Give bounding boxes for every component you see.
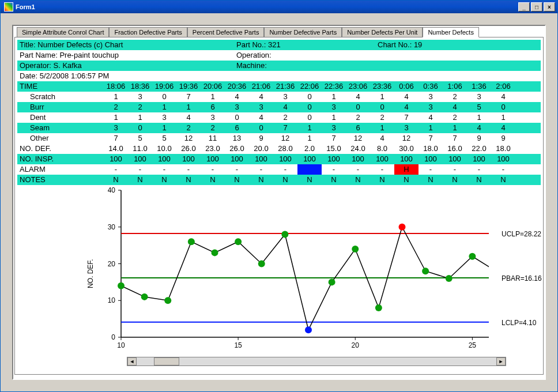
- titlebar[interactable]: Form1 _ □ ×: [1, 1, 557, 13]
- cell: 8.0: [370, 144, 394, 154]
- cell: 20:06: [201, 81, 225, 92]
- tab-1[interactable]: Fraction Defective Parts: [109, 27, 187, 37]
- cell: -: [128, 164, 152, 175]
- time-row: TIME 18:0618:3619:0619:3620:0620:3621:06…: [17, 81, 541, 92]
- svg-point-39: [352, 246, 359, 252]
- chartno-value: 19: [414, 40, 422, 49]
- tab-2[interactable]: Percent Defective Parts: [187, 27, 265, 37]
- cell: -: [249, 164, 273, 175]
- cell: N: [491, 175, 515, 185]
- cell: N: [225, 175, 249, 185]
- cell: 100: [201, 154, 225, 164]
- cell: 3: [418, 92, 443, 102]
- cell: N: [394, 175, 418, 185]
- cell: N: [249, 175, 273, 185]
- cell: 3: [104, 123, 128, 133]
- cell: 2: [128, 102, 152, 112]
- cell: 18.0: [491, 144, 515, 154]
- app-icon: [4, 2, 13, 12]
- cell: 18:06: [104, 81, 128, 92]
- tab-strip: Simple Attribute Conrol ChartFraction De…: [17, 27, 544, 37]
- svg-text:10: 10: [108, 296, 116, 304]
- cell: 23.0: [201, 144, 225, 154]
- cell: 0: [297, 102, 322, 112]
- chart-ylabel: NO. DEF.: [86, 233, 95, 314]
- cell: -: [104, 164, 128, 175]
- scroll-right-arrow-icon[interactable]: ►: [496, 357, 506, 365]
- tab-3[interactable]: Number Defective Parts: [264, 27, 342, 37]
- cell: N: [128, 175, 152, 185]
- cell: 100: [297, 154, 322, 164]
- cell: 1: [297, 123, 322, 133]
- cell: 4: [249, 92, 273, 102]
- category-label: Burr: [17, 102, 104, 112]
- tab-5[interactable]: Number Defects: [423, 27, 478, 37]
- cell: 12: [176, 133, 201, 144]
- partno-value: 321: [268, 40, 281, 49]
- pbar-label: PBAR=16.16: [502, 274, 542, 282]
- cell: 2: [104, 102, 128, 112]
- cell: 100: [152, 154, 176, 164]
- cell: 1: [201, 92, 225, 102]
- tab-0[interactable]: Simple Attribute Conrol Chart: [17, 27, 109, 37]
- cell: 4: [225, 92, 249, 102]
- svg-point-32: [188, 238, 195, 245]
- cell: 7: [418, 133, 443, 144]
- svg-text:25: 25: [469, 341, 477, 349]
- minimize-button[interactable]: _: [518, 2, 530, 12]
- horizontal-scrollbar[interactable]: ◄ ►: [127, 357, 506, 366]
- cell: 4: [418, 112, 443, 123]
- cell: H: [394, 164, 418, 175]
- cell: 18:36: [128, 81, 152, 92]
- window-title: Form1: [16, 3, 518, 10]
- cell: 26.0: [225, 144, 249, 154]
- scroll-track[interactable]: [137, 357, 496, 365]
- category-label: Dent: [17, 112, 104, 123]
- svg-point-44: [469, 253, 476, 260]
- cell: -: [418, 164, 443, 175]
- cell: 3: [467, 92, 491, 102]
- cell: 100: [394, 154, 418, 164]
- cell: 23:06: [346, 81, 370, 92]
- close-button[interactable]: ×: [544, 2, 555, 12]
- tab-body: Title: Number Defects (c) Chart Part No.…: [14, 37, 544, 375]
- cell: 3: [128, 92, 152, 102]
- cell: 4: [394, 92, 418, 102]
- scroll-left-arrow-icon[interactable]: ◄: [127, 357, 137, 365]
- operation-label: Operation:: [236, 51, 272, 59]
- cell: 3: [322, 102, 346, 112]
- cell: 30.0: [394, 144, 418, 154]
- cell: 0: [249, 123, 273, 133]
- nodef-label: NO. DEF.: [17, 144, 104, 154]
- cell: -: [225, 164, 249, 175]
- cell: 0:06: [394, 81, 418, 92]
- cell: 1: [152, 102, 176, 112]
- cell: 5: [467, 102, 491, 112]
- cell: 11: [201, 133, 225, 144]
- cell: 7: [443, 133, 467, 144]
- cell: 0: [370, 102, 394, 112]
- cell: 1: [176, 102, 201, 112]
- tab-4[interactable]: Number Defects Per Unit: [342, 27, 423, 37]
- maximize-button[interactable]: □: [531, 2, 542, 12]
- date-label: Date:: [20, 71, 37, 80]
- scroll-thumb[interactable]: [154, 357, 179, 365]
- cell: -: [467, 164, 491, 175]
- cell: 1:36: [467, 81, 491, 92]
- cell: 0: [297, 112, 322, 123]
- cell: 100: [346, 154, 370, 164]
- header-row-3: Operator: S. Kafka Machine:: [17, 61, 541, 71]
- cell: 100: [249, 154, 273, 164]
- operator-label: Operator:: [20, 61, 51, 70]
- notes-row: NOTES NNNNNNNNNNNNNNNNN: [17, 175, 541, 185]
- alarm-row: ALARM --------L---H----: [17, 164, 541, 175]
- cell: N: [176, 175, 201, 185]
- svg-point-38: [329, 278, 335, 285]
- cell: -: [176, 164, 201, 175]
- cell: 9: [467, 133, 491, 144]
- cell: 1: [370, 123, 394, 133]
- cell: 19:06: [152, 81, 176, 92]
- cell: 13: [225, 133, 249, 144]
- cell: -: [370, 164, 394, 175]
- cell: 2: [176, 123, 201, 133]
